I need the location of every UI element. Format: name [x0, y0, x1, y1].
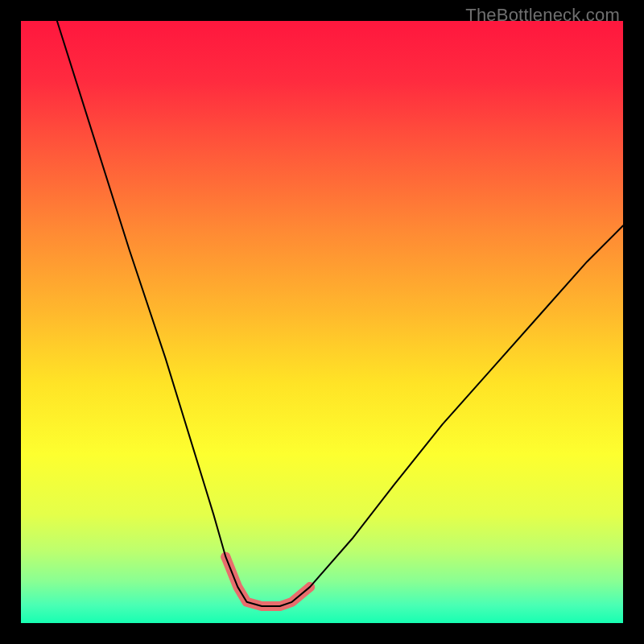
curve-layer — [21, 21, 623, 623]
chart-stage: TheBottleneck.com — [0, 0, 644, 644]
bottleneck-curve — [57, 21, 623, 606]
plot-area — [21, 21, 623, 623]
watermark-text: TheBottleneck.com — [465, 5, 620, 26]
